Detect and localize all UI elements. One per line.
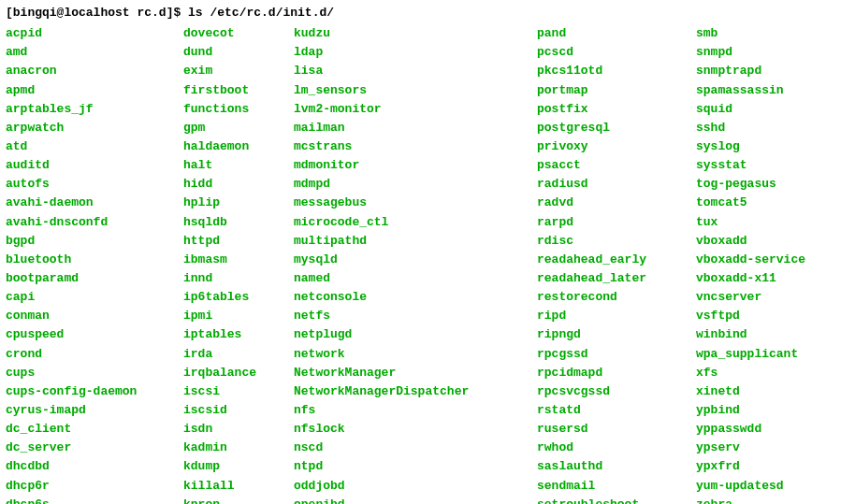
file-entry: saslauthd <box>537 457 696 476</box>
file-entry: xinetd <box>696 382 846 401</box>
file-entry: privoxy <box>537 137 696 156</box>
file-entry: lvm2-monitor <box>294 100 537 119</box>
file-entry: microcode_ctl <box>294 213 537 232</box>
file-entry: tog-pegasus <box>696 175 846 194</box>
file-entry: rpcsvcgssd <box>537 382 696 401</box>
file-entry: vsftpd <box>696 307 846 325</box>
file-entry: arpwatch <box>6 119 183 137</box>
file-entry: rwhod <box>537 439 696 457</box>
file-entry: ripngd <box>537 325 696 344</box>
file-entry: iptables <box>183 325 294 344</box>
listing-column-5: smbsnmpdsnmptrapdspamassassinsquidsshdsy… <box>696 24 846 504</box>
file-entry: cups-config-daemon <box>6 382 183 401</box>
file-entry: atd <box>6 137 183 156</box>
listing-column-2: dovecotdundeximfirstbootfunctionsgpmhald… <box>183 24 294 504</box>
file-entry: psacct <box>537 156 696 175</box>
file-entry: bluetooth <box>6 251 183 269</box>
file-entry: iscsi <box>183 382 294 401</box>
file-entry: nfs <box>294 401 537 420</box>
file-entry: crond <box>6 345 183 364</box>
file-entry: xfs <box>696 364 846 382</box>
file-entry: postfix <box>537 100 696 119</box>
file-entry: mcstrans <box>294 137 537 156</box>
file-entry: smb <box>696 24 846 43</box>
file-entry: haldaemon <box>183 137 294 156</box>
file-entry: pand <box>537 24 696 43</box>
file-entry: acpid <box>6 24 183 43</box>
file-entry: mailman <box>294 119 537 137</box>
file-entry: ypbind <box>696 401 846 420</box>
file-entry: oddjobd <box>294 477 537 496</box>
file-entry: isdn <box>183 420 294 439</box>
file-entry: sysstat <box>696 156 846 175</box>
file-entry: kprop <box>183 496 294 504</box>
file-entry: kudzu <box>294 24 537 43</box>
file-entry: winbind <box>696 325 846 344</box>
file-entry: syslog <box>696 137 846 156</box>
file-entry: firstboot <box>183 81 294 100</box>
file-entry: netplugd <box>294 325 537 344</box>
file-entry: functions <box>183 100 294 119</box>
file-entry: messagebus <box>294 194 537 212</box>
file-entry: mdmonitor <box>294 156 537 175</box>
file-entry: NetworkManager <box>294 364 537 382</box>
file-entry: apmd <box>6 81 183 100</box>
listing-column-4: pandpcscdpkcs11otdportmappostfixpostgres… <box>537 24 696 504</box>
file-entry: kdump <box>183 457 294 476</box>
file-entry: exim <box>183 62 294 80</box>
file-entry: kadmin <box>183 439 294 457</box>
file-entry: dhcdbd <box>6 457 183 476</box>
file-entry: bootparamd <box>6 269 183 288</box>
file-entry: cpuspeed <box>6 325 183 344</box>
file-entry: ip6tables <box>183 288 294 307</box>
file-entry: avahi-daemon <box>6 194 183 212</box>
file-entry: capi <box>6 288 183 307</box>
file-entry: irda <box>183 345 294 364</box>
file-entry: snmpd <box>696 43 846 62</box>
file-entry: amd <box>6 43 183 62</box>
file-entry: conman <box>6 307 183 325</box>
file-entry: innd <box>183 269 294 288</box>
file-entry: network <box>294 345 537 364</box>
file-entry: rusersd <box>537 420 696 439</box>
file-entry: radiusd <box>537 175 696 194</box>
file-entry: dc_server <box>6 439 183 457</box>
file-entry: tux <box>696 213 846 232</box>
file-entry: arptables_jf <box>6 100 183 119</box>
file-entry: lm_sensors <box>294 81 537 100</box>
file-entry: yppasswdd <box>696 420 846 439</box>
file-entry: bgpd <box>6 232 183 251</box>
file-entry: ldap <box>294 43 537 62</box>
file-entry: snmptrapd <box>696 62 846 80</box>
file-entry: rdisc <box>537 232 696 251</box>
file-entry: vboxadd <box>696 232 846 251</box>
file-entry: httpd <box>183 232 294 251</box>
file-entry: ripd <box>537 307 696 325</box>
file-entry: NetworkManagerDispatcher <box>294 382 537 401</box>
file-entry: irqbalance <box>183 364 294 382</box>
file-entry: netconsole <box>294 288 537 307</box>
listing-column-1: acpidamdanacronapmdarptables_jfarpwatcha… <box>6 24 183 504</box>
file-entry: cyrus-imapd <box>6 401 183 420</box>
file-entry: sshd <box>696 119 846 137</box>
file-entry: vboxadd-x11 <box>696 269 846 288</box>
file-entry: dc_client <box>6 420 183 439</box>
file-entry: cups <box>6 364 183 382</box>
file-entry: rarpd <box>537 213 696 232</box>
file-entry: restorecond <box>537 288 696 307</box>
file-entry: killall <box>183 477 294 496</box>
file-entry: mysqld <box>294 251 537 269</box>
file-entry: postgresql <box>537 119 696 137</box>
file-entry: vboxadd-service <box>696 251 846 269</box>
file-entry: anacron <box>6 62 183 80</box>
file-entry: rstatd <box>537 401 696 420</box>
file-entry: zebra <box>696 496 846 504</box>
file-entry: hsqldb <box>183 213 294 232</box>
file-entry: setroubleshoot <box>537 496 696 504</box>
file-entry: iscsid <box>183 401 294 420</box>
file-entry: halt <box>183 156 294 175</box>
file-entry: gpm <box>183 119 294 137</box>
file-entry: yum-updatesd <box>696 477 846 496</box>
file-entry: dhcp6r <box>6 477 183 496</box>
file-entry: lisa <box>294 62 537 80</box>
